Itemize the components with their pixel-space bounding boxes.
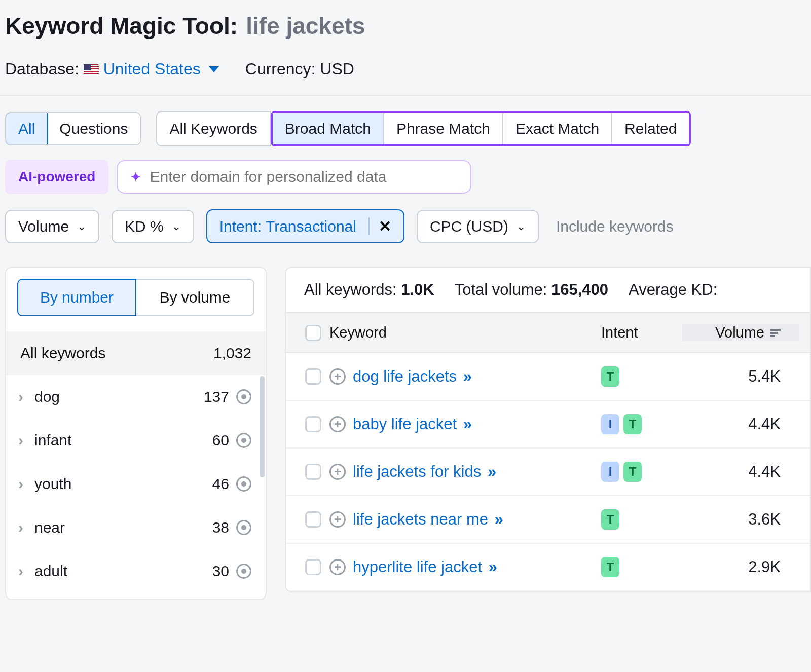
intent-badge-t: T: [623, 414, 642, 434]
tab-related[interactable]: Related: [612, 113, 689, 144]
add-icon[interactable]: +: [329, 368, 346, 385]
database-value: United States: [103, 60, 201, 79]
currency-label: Currency: USD: [245, 60, 354, 79]
tab-exact-match[interactable]: Exact Match: [503, 113, 612, 144]
intent-cell: T: [601, 557, 682, 577]
sidebar-item[interactable]: ›youth46: [6, 462, 266, 506]
table-row: +life jackets near me »T3.6K: [286, 496, 810, 544]
volume-cell: 3.6K: [682, 510, 799, 529]
eye-icon[interactable]: [236, 433, 251, 448]
table-header: Keyword Intent Volume: [286, 312, 810, 353]
chevron-down-icon: [209, 66, 219, 72]
close-icon[interactable]: ✕: [368, 217, 391, 235]
table-row: +hyperlite life jacket »T2.9K: [286, 544, 810, 591]
sidebar-summary-label: All keywords: [20, 345, 105, 362]
sidebar-item[interactable]: ›near38: [6, 506, 266, 549]
volume-cell: 4.4K: [682, 463, 799, 481]
sort-desc-icon: [770, 329, 781, 337]
sidebar-item-label: dog: [34, 388, 204, 405]
table-row: +dog life jackets »T5.4K: [286, 353, 810, 401]
add-icon[interactable]: +: [329, 464, 346, 480]
tab-all[interactable]: All: [5, 112, 48, 145]
col-volume[interactable]: Volume: [682, 324, 799, 341]
chevron-right-double-icon: »: [488, 463, 494, 480]
seed-keyword: life jackets: [246, 12, 365, 40]
tab-questions[interactable]: Questions: [47, 113, 140, 144]
sidebar-tab-by-number[interactable]: By number: [17, 279, 136, 316]
eye-icon[interactable]: [236, 520, 251, 535]
keyword-link[interactable]: dog life jackets »: [353, 367, 470, 386]
stats-bar: All keywords: 1.0K Total volume: 165,400…: [286, 268, 810, 312]
chevron-down-icon: ⌄: [77, 220, 86, 233]
tab-all-keywords[interactable]: All Keywords: [156, 111, 270, 146]
intent-badge-t: T: [601, 366, 619, 387]
chevron-right-icon: ›: [18, 432, 23, 449]
volume-cell: 2.9K: [682, 558, 799, 576]
ai-domain-input[interactable]: [150, 168, 458, 185]
flag-us-icon: [84, 64, 99, 76]
chevron-down-icon: ⌄: [517, 220, 526, 233]
keyword-link[interactable]: baby life jacket »: [353, 415, 470, 433]
intent-badge-i: I: [601, 462, 619, 482]
row-checkbox[interactable]: [305, 511, 321, 528]
eye-icon[interactable]: [236, 389, 251, 404]
sidebar-item-count: 30: [212, 563, 229, 580]
eye-icon[interactable]: [236, 476, 251, 492]
sidebar-item-label: near: [34, 519, 212, 536]
chevron-down-icon: ⌄: [172, 220, 181, 233]
chevron-right-icon: ›: [18, 388, 23, 405]
add-icon[interactable]: +: [329, 416, 346, 432]
row-checkbox[interactable]: [305, 368, 321, 385]
sidebar-item[interactable]: ›adult30: [6, 549, 266, 593]
page-title: Keyword Magic Tool: life jackets: [5, 12, 806, 40]
volume-cell: 4.4K: [682, 415, 799, 433]
filter-include-keywords[interactable]: Include keywords: [551, 211, 679, 242]
sidebar-item[interactable]: ›dog137: [6, 375, 266, 419]
tab-broad-match[interactable]: Broad Match: [273, 113, 384, 144]
table-row: +life jackets for kids »IT4.4K: [286, 449, 810, 496]
keyword-link[interactable]: life jackets near me »: [353, 510, 501, 529]
row-checkbox[interactable]: [305, 559, 321, 575]
chevron-right-double-icon: »: [463, 367, 470, 385]
tab-phrase-match[interactable]: Phrase Match: [384, 113, 503, 144]
chevron-right-double-icon: »: [495, 510, 501, 528]
add-icon[interactable]: +: [329, 559, 346, 575]
sidebar-summary[interactable]: All keywords 1,032: [6, 331, 266, 375]
chevron-right-icon: ›: [18, 475, 23, 493]
intent-badge-t: T: [601, 509, 619, 530]
volume-cell: 5.4K: [682, 367, 799, 386]
eye-icon[interactable]: [236, 564, 251, 579]
row-checkbox[interactable]: [305, 416, 321, 432]
keyword-link[interactable]: life jackets for kids »: [353, 463, 494, 481]
chevron-right-icon: ›: [18, 563, 23, 580]
sidebar-item-count: 46: [212, 475, 229, 493]
scrollbar[interactable]: [260, 376, 265, 477]
keyword-link[interactable]: hyperlite life jacket »: [353, 558, 495, 576]
filter-cpc[interactable]: CPC (USD) ⌄: [417, 210, 539, 243]
keyword-groups-sidebar: By number By volume All keywords 1,032 ›…: [5, 267, 267, 600]
intent-badge-i: I: [601, 414, 619, 434]
highlight-box: Broad Match Phrase Match Exact Match Rel…: [271, 111, 691, 146]
filter-intent[interactable]: Intent: Transactional ✕: [206, 209, 404, 243]
intent-cell: IT: [601, 414, 682, 434]
intent-badge-t: T: [623, 462, 642, 482]
intent-badge-t: T: [601, 557, 619, 577]
col-keyword[interactable]: Keyword: [329, 324, 601, 341]
filter-volume[interactable]: Volume ⌄: [5, 210, 99, 243]
select-all-checkbox[interactable]: [305, 325, 321, 341]
type-tab-group: All Questions: [5, 112, 141, 145]
row-checkbox[interactable]: [305, 464, 321, 480]
sidebar-item-label: adult: [34, 563, 212, 580]
add-icon[interactable]: +: [329, 511, 346, 528]
intent-cell: T: [601, 366, 682, 387]
chevron-right-double-icon: »: [463, 415, 470, 433]
database-selector[interactable]: Database: United States: [5, 60, 219, 79]
filter-kd[interactable]: KD % ⌄: [112, 210, 194, 243]
sidebar-tab-by-volume[interactable]: By volume: [136, 279, 254, 316]
sidebar-item-label: infant: [34, 432, 212, 449]
sidebar-item[interactable]: ›infant60: [6, 419, 266, 462]
ai-domain-input-wrap[interactable]: ✦: [117, 160, 471, 194]
col-intent[interactable]: Intent: [601, 324, 682, 341]
sparkle-icon: ✦: [130, 169, 141, 185]
database-label: Database:: [5, 60, 79, 78]
